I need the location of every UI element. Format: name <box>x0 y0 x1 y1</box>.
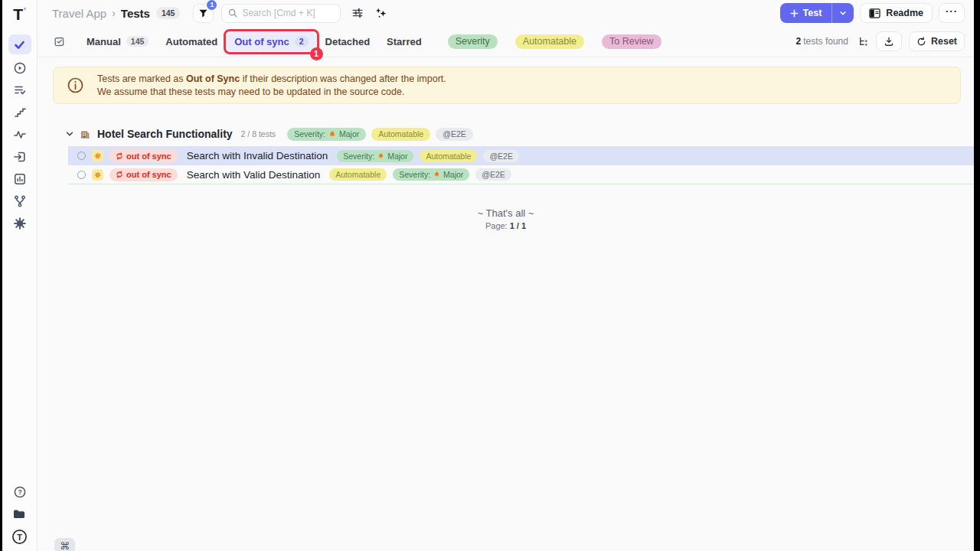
breadcrumb-project[interactable]: Travel App <box>52 7 106 20</box>
sidebar-item-settings[interactable] <box>8 215 31 232</box>
sidebar-item-plans[interactable] <box>8 82 31 99</box>
filter-label-pills: Severity Automatable To Review <box>448 34 662 49</box>
test-row[interactable]: out of sync Search with Invalid Destinat… <box>68 146 974 165</box>
sidebar-item-projects[interactable] <box>12 507 27 520</box>
flame-icon <box>377 152 384 160</box>
sidebar-item-help[interactable]: ? <box>13 485 27 499</box>
branch-icon <box>13 194 27 208</box>
book-icon <box>869 8 880 18</box>
app-logo[interactable]: T ' <box>13 5 25 25</box>
tab-manual-count: 145 <box>126 36 149 47</box>
search-input[interactable] <box>242 8 334 18</box>
test-suite: Hotel Search Functionality 2 / 8 tests S… <box>38 126 974 230</box>
suite-automatable-badge: Automatable <box>371 128 430 141</box>
info-icon <box>67 77 84 94</box>
results-count: 2tests found <box>796 36 848 47</box>
top-actions: Test Readme ··· <box>780 3 965 23</box>
out-of-sync-badge: out of sync <box>109 149 178 162</box>
ai-sparkles-icon[interactable] <box>374 7 387 20</box>
chevron-down-icon[interactable] <box>65 129 74 139</box>
suite-severity-badge: Severity: Major <box>287 128 366 141</box>
stairs-icon <box>13 106 27 119</box>
suite-header: Hotel Search Functionality 2 / 8 tests S… <box>38 126 974 142</box>
burst-icon <box>92 150 103 161</box>
play-circle-icon <box>13 61 27 75</box>
filter-bar-right: 2tests found Reset <box>796 31 965 51</box>
test-severity-badge: Severity: Major <box>337 150 413 162</box>
sidebar-item-analytics[interactable] <box>8 171 31 187</box>
test-title[interactable]: Search with Invalid Destination <box>187 150 328 161</box>
banner-line-2: We assume that these tests may need to b… <box>97 86 446 99</box>
reset-button[interactable]: Reset <box>909 31 965 51</box>
export-button[interactable] <box>876 31 902 51</box>
filter-pill-severity[interactable]: Severity <box>448 34 498 49</box>
tests-count-badge: 145 <box>156 7 181 19</box>
main-area: Travel App › Tests 145 1 <box>38 0 974 551</box>
readme-button[interactable]: Readme <box>860 3 933 23</box>
sidebar-item-tests[interactable] <box>8 34 31 54</box>
refresh-icon <box>916 37 926 47</box>
tree-view-icon[interactable] <box>858 36 869 47</box>
download-icon <box>884 36 894 47</box>
test-row[interactable]: out of sync Search with Valid Destinatio… <box>68 165 974 184</box>
funnel-icon <box>198 8 208 18</box>
top-bar: Travel App › Tests 145 1 <box>38 0 974 26</box>
logo-letter: T <box>13 5 23 24</box>
sidebar-item-pulse[interactable] <box>8 126 31 143</box>
check-icon <box>13 38 26 51</box>
suite-title[interactable]: Hotel Search Functionality <box>97 128 233 140</box>
sidebar-item-runs[interactable] <box>8 60 31 77</box>
filter-bar: Manual 145 Automated Out of sync 2 1 Det… <box>38 26 974 57</box>
command-icon: ⌘ <box>60 540 70 551</box>
flame-icon <box>433 171 440 178</box>
command-key-badge: ⌘ <box>54 538 75 551</box>
sidebar-item-branches[interactable] <box>8 193 31 210</box>
banner-line-1: Tests are marked as Out of Sync if their… <box>97 73 446 86</box>
test-automatable-badge: Automatable <box>329 168 387 181</box>
hotel-icon <box>80 129 90 139</box>
tab-starred[interactable]: Starred <box>379 32 430 51</box>
display-settings-icon[interactable] <box>351 7 364 19</box>
test-status-circle[interactable] <box>77 171 86 179</box>
annotation-step-badge: 1 <box>310 47 323 60</box>
sidebar-item-steps[interactable] <box>8 104 31 121</box>
sync-icon <box>116 171 123 178</box>
more-options-button[interactable]: ··· <box>939 3 965 23</box>
new-test-split-button: Test <box>780 3 854 23</box>
bulk-edit-icon[interactable] <box>53 35 66 48</box>
sidebar-item-account[interactable]: T <box>11 529 28 545</box>
sync-icon <box>116 152 123 160</box>
activity-icon <box>13 128 27 142</box>
breadcrumb-page: Tests <box>121 7 150 20</box>
test-title[interactable]: Search with Valid Destination <box>187 169 321 181</box>
new-test-button[interactable]: Test <box>780 3 833 23</box>
chevron-down-icon <box>839 9 847 17</box>
filter-pill-to-review[interactable]: To Review <box>602 34 662 49</box>
logo-mark: ' <box>24 6 26 15</box>
sidebar: T ' <box>2 0 38 551</box>
sidebar-nav <box>8 34 31 232</box>
tab-out-of-sync[interactable]: Out of sync 2 1 <box>227 32 315 51</box>
tab-manual[interactable]: Manual 145 <box>79 32 156 51</box>
sidebar-item-import[interactable] <box>8 148 31 165</box>
list-check-icon <box>13 83 27 97</box>
pagination: Page:1 / 1 <box>38 221 974 230</box>
filter-count-badge: 1 <box>207 0 217 10</box>
chart-box-icon <box>13 172 27 186</box>
svg-text:?: ? <box>18 488 21 496</box>
app-window: T ' <box>2 0 974 551</box>
tab-automated[interactable]: Automated <box>158 32 225 51</box>
search-icon <box>228 8 237 18</box>
test-status-circle[interactable] <box>77 152 86 160</box>
out-of-sync-badge: out of sync <box>109 168 178 181</box>
list-footer: ~ That's all ~ Page:1 / 1 <box>38 207 974 230</box>
filter-pill-automatable[interactable]: Automatable <box>515 34 584 49</box>
gear-icon <box>13 217 27 230</box>
svg-text:T: T <box>17 533 22 542</box>
test-tag-badge: @E2E <box>475 168 511 181</box>
burst-icon <box>92 169 103 181</box>
new-test-dropdown-button[interactable] <box>832 3 854 23</box>
tab-detached[interactable]: Detached <box>318 32 378 51</box>
info-banner: Tests are marked as Out of Sync if their… <box>53 67 961 104</box>
filter-button[interactable]: 1 <box>193 4 214 23</box>
